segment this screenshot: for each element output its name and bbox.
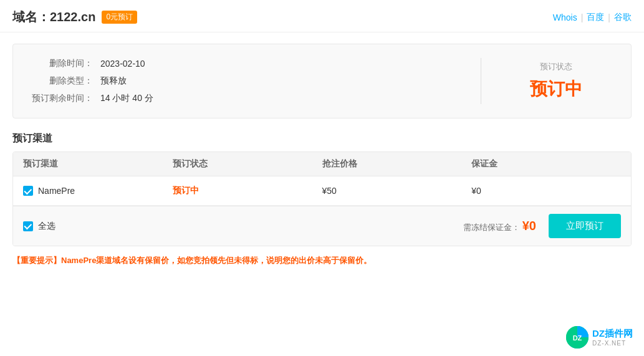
footer-left: 全选 [23, 221, 55, 232]
row-deposit: ¥0 [471, 186, 481, 196]
col-header-price: 抢注价格 [322, 158, 472, 170]
domain-name: 域名：2122.cn [12, 9, 95, 26]
select-all-label: 全选 [38, 221, 55, 232]
logo-icon: DZ [566, 326, 589, 349]
section-title: 预订渠道 [12, 132, 632, 145]
col-header-channel: 预订渠道 [23, 158, 173, 170]
remaining-time-row: 预订剩余时间： 14 小时 40 分 [32, 93, 462, 104]
info-divider [481, 58, 481, 104]
col-header-deposit: 保证金 [471, 158, 621, 170]
logo-area: DZ DZ插件网 DZ-X.NET [566, 326, 633, 349]
price-cell: ¥50 [322, 186, 472, 196]
channel-table: 预订渠道 预订状态 抢注价格 保证金 NamePre 预订中 ¥50 ¥0 [12, 152, 632, 246]
select-all-checkbox[interactable] [23, 221, 33, 231]
table-row: NamePre 预订中 ¥50 ¥0 [13, 176, 631, 206]
svg-text:DZ: DZ [573, 334, 582, 342]
delete-type-value: 预释放 [100, 75, 127, 87]
delete-type-label: 删除类型： [32, 75, 100, 87]
channel-checkbox[interactable] [23, 186, 33, 196]
channel-name: NamePre [38, 186, 75, 196]
free-badge: 0元预订 [102, 11, 137, 24]
status-cell: 预订中 [173, 185, 322, 196]
domain-title: 域名：2122.cn 0元预订 [12, 9, 137, 26]
google-link[interactable]: 谷歌 [614, 12, 632, 23]
page-header: 域名：2122.cn 0元预订 Whois | 百度 | 谷歌 [0, 0, 644, 32]
header-links: Whois | 百度 | 谷歌 [553, 12, 632, 23]
frozen-label-text: 需冻结保证金： [463, 223, 520, 232]
info-box: 删除时间： 2023-02-10 删除类型： 预释放 预订剩余时间： 14 小时… [12, 44, 632, 118]
preorder-button[interactable]: 立即预订 [549, 214, 621, 238]
status-label: 预订状态 [540, 61, 572, 72]
domain-prefix: 域名： [12, 10, 50, 24]
delete-time-label: 删除时间： [32, 58, 100, 69]
table-header: 预订渠道 预订状态 抢注价格 保证金 [13, 152, 631, 176]
delete-type-row: 删除类型： 预释放 [32, 75, 462, 87]
footer-right: 需冻结保证金： ¥0 立即预订 [463, 214, 621, 238]
remaining-time-value: 14 小时 40 分 [100, 93, 153, 104]
deposit-cell: ¥0 [471, 186, 621, 196]
frozen-amount: ¥0 [522, 219, 536, 233]
baidu-link[interactable]: 百度 [587, 12, 604, 23]
delete-time-value: 2023-02-10 [100, 59, 145, 69]
row-price: ¥50 [322, 186, 337, 196]
logo-main-text: DZ插件网 [592, 327, 633, 340]
info-right: 预订状态 预订中 [500, 58, 612, 104]
remaining-time-label: 预订剩余时间： [32, 93, 100, 104]
domain-value: 2122.cn [50, 10, 95, 24]
logo-sub-text: DZ-X.NET [592, 339, 633, 347]
whois-link[interactable]: Whois [553, 12, 577, 22]
status-value: 预订中 [530, 77, 582, 101]
channel-cell: NamePre [23, 186, 173, 196]
delete-time-row: 删除时间： 2023-02-10 [32, 58, 462, 69]
info-left: 删除时间： 2023-02-10 删除类型： 预释放 预订剩余时间： 14 小时… [32, 58, 462, 104]
logo-text: DZ插件网 DZ-X.NET [592, 327, 633, 348]
col-header-status: 预订状态 [173, 158, 322, 170]
divider-1: | [581, 12, 584, 22]
warning-text: 【重要提示】NamePre渠道域名设有保留价，如您竞拍领先但未得标，说明您的出价… [12, 255, 632, 266]
table-footer: 全选 需冻结保证金： ¥0 立即预订 [13, 206, 631, 246]
frozen-label: 需冻结保证金： ¥0 [463, 219, 536, 233]
row-status: 预订中 [173, 185, 199, 195]
divider-2: | [608, 12, 610, 22]
